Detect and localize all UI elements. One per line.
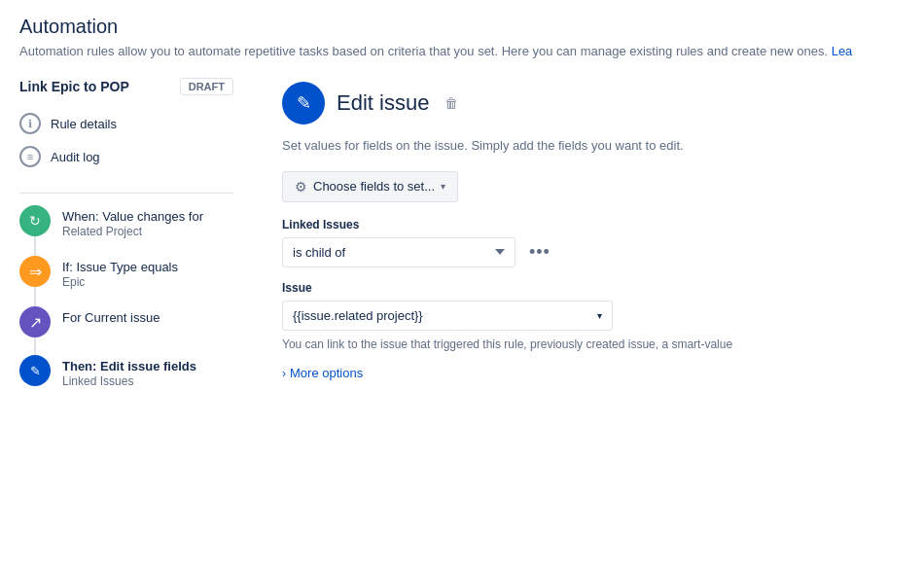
issue-smart-value-input[interactable]: {{issue.related project}} ▾ bbox=[282, 301, 613, 331]
then-icon: ✎ bbox=[19, 355, 51, 386]
then-content: Then: Edit issue fields Linked Issues bbox=[62, 355, 253, 388]
sidebar-nav: ℹ Rule details ≡ Audit log bbox=[0, 107, 253, 185]
smart-value-text: {{issue.related project}} bbox=[293, 308, 423, 323]
delete-icon[interactable]: 🗑 bbox=[444, 95, 458, 111]
choose-fields-label: Choose fields to set... bbox=[313, 179, 435, 194]
rule-details-label: Rule details bbox=[51, 117, 117, 131]
panel-header: ✎ Edit issue 🗑 bbox=[282, 82, 895, 124]
gear-icon: ⚙ bbox=[295, 179, 307, 195]
when-icon: ↻ bbox=[19, 205, 51, 236]
linked-issues-row: is child of is parent of is blocked by b… bbox=[282, 237, 895, 267]
more-options-label: More options bbox=[290, 366, 363, 380]
sidebar: Link Epic to POP DRAFT ℹ Rule details ≡ … bbox=[0, 62, 253, 552]
learn-more-link[interactable]: Lea bbox=[832, 44, 853, 58]
linked-issues-select[interactable]: is child of is parent of is blocked by b… bbox=[282, 237, 515, 267]
if-subtitle: Epic bbox=[62, 275, 253, 289]
panel-description: Set values for fields on the issue. Simp… bbox=[282, 136, 895, 156]
then-title: Then: Edit issue fields bbox=[62, 359, 253, 373]
main-layout: Link Epic to POP DRAFT ℹ Rule details ≡ … bbox=[0, 62, 924, 552]
issue-hint-text: You can link to the issue that triggered… bbox=[282, 337, 895, 353]
smart-value-chevron-icon: ▾ bbox=[597, 310, 602, 321]
rule-name: Link Epic to POP bbox=[19, 79, 129, 94]
then-subtitle: Linked Issues bbox=[62, 374, 253, 388]
page-subtitle: Automation rules allow you to automate r… bbox=[19, 44, 905, 58]
more-options-button[interactable]: › More options bbox=[282, 366, 895, 380]
sidebar-item-audit-log[interactable]: ≡ Audit log bbox=[19, 140, 233, 173]
draft-badge: DRAFT bbox=[180, 78, 233, 95]
panel-title: Edit issue bbox=[337, 90, 429, 116]
linked-issues-section: Linked Issues is child of is parent of i… bbox=[282, 218, 895, 267]
workflow-item-if[interactable]: ⇒ If: Issue Type equals Epic bbox=[19, 256, 253, 289]
workflow-item-when[interactable]: ↻ When: Value changes for Related Projec… bbox=[19, 205, 253, 238]
workflow-item-then[interactable]: ✎ Then: Edit issue fields Linked Issues bbox=[19, 355, 253, 388]
when-subtitle: Related Project bbox=[62, 225, 253, 238]
issue-label: Issue bbox=[282, 281, 895, 295]
audit-log-label: Audit log bbox=[51, 150, 100, 164]
issue-section: Issue {{issue.related project}} ▾ You ca… bbox=[282, 281, 895, 353]
rule-name-section: Link Epic to POP DRAFT bbox=[0, 78, 253, 107]
chevron-down-icon: ▾ bbox=[441, 181, 445, 192]
for-current-title: For Current issue bbox=[62, 310, 253, 325]
for-current-icon: ↗ bbox=[19, 306, 51, 337]
workflow-list: ↻ When: Value changes for Related Projec… bbox=[0, 205, 253, 388]
chevron-right-icon: › bbox=[282, 367, 286, 380]
for-current-content: For Current issue bbox=[62, 306, 253, 326]
if-icon: ⇒ bbox=[19, 256, 51, 287]
page-header: Automation Automation rules allow you to… bbox=[0, 0, 924, 62]
right-panel: ✎ Edit issue 🗑 Set values for fields on … bbox=[253, 62, 924, 552]
more-actions-button[interactable]: ••• bbox=[523, 238, 556, 266]
sidebar-divider bbox=[19, 193, 233, 194]
when-content: When: Value changes for Related Project bbox=[62, 205, 253, 238]
sidebar-item-rule-details[interactable]: ℹ Rule details bbox=[19, 107, 233, 140]
page-title: Automation bbox=[19, 16, 905, 38]
linked-issues-label: Linked Issues bbox=[282, 218, 895, 231]
choose-fields-button[interactable]: ⚙ Choose fields to set... ▾ bbox=[282, 171, 458, 202]
audit-log-icon: ≡ bbox=[19, 146, 41, 167]
rule-details-icon: ℹ bbox=[19, 113, 41, 134]
if-title: If: Issue Type equals bbox=[62, 260, 253, 274]
workflow-item-for-current[interactable]: ↗ For Current issue bbox=[19, 306, 253, 337]
edit-issue-icon: ✎ bbox=[282, 82, 325, 124]
if-content: If: Issue Type equals Epic bbox=[62, 256, 253, 289]
when-title: When: Value changes for bbox=[62, 209, 253, 224]
